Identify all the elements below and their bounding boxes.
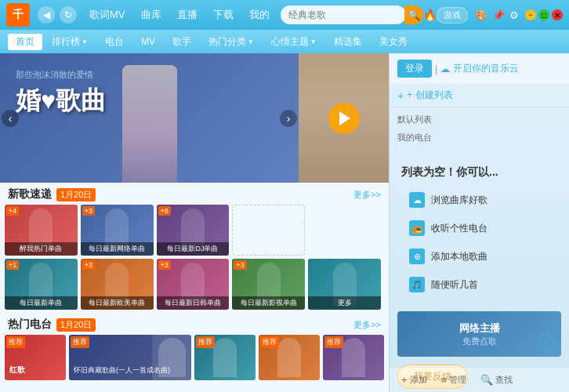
- list-item[interactable]: +1每日最新单曲: [5, 259, 78, 310]
- list-item[interactable]: 推荐: [194, 335, 256, 380]
- browse-icon: ☁: [409, 192, 425, 208]
- hero-next-button[interactable]: ›: [280, 110, 297, 127]
- list-item[interactable]: [232, 205, 305, 256]
- subnav-artists[interactable]: 歌手: [165, 34, 199, 50]
- main-nav: 歌词MV 曲库 直播 下载 我的: [82, 8, 277, 22]
- list-item[interactable]: +3每日最新影视单曲: [232, 259, 305, 310]
- top-icons: 🎨 📌 ⚙: [475, 9, 519, 21]
- option-add-local[interactable]: ⊕ 添加本地歌曲: [401, 242, 557, 270]
- empty-title: 列表为空！你可以...: [401, 165, 557, 180]
- option-random-label: 随便听几首: [431, 278, 549, 292]
- right-ad-banner[interactable]: 网络主播 免费点歌: [397, 311, 561, 357]
- close-button[interactable]: ✕: [552, 9, 563, 20]
- hero-right[interactable]: [299, 53, 389, 183]
- search-input[interactable]: [281, 5, 406, 24]
- list-item[interactable]: 推荐 怀旧典藏歌曲(一人一首成名曲): [69, 335, 191, 380]
- add-action-button[interactable]: + 添加: [397, 372, 431, 387]
- song-badge: +3: [158, 260, 171, 270]
- hot-stations-date: 1月20日: [56, 318, 96, 332]
- minimize-button[interactable]: －: [525, 9, 536, 20]
- window-controls: － □ ✕: [525, 9, 563, 20]
- song-badge: +1: [6, 260, 19, 270]
- add-action-icon: +: [401, 374, 408, 386]
- content-area: 那些泡沫消散的爱情 婚♥歌曲 ‹ › 新歌速递 1月20日 更多>>: [0, 53, 389, 392]
- nav-live[interactable]: 直播: [169, 8, 205, 22]
- subnav-chart[interactable]: 排行榜▼: [44, 34, 96, 50]
- manage-action-label: 管理: [449, 374, 466, 386]
- subnav-radio[interactable]: 电台: [97, 34, 132, 50]
- game-button[interactable]: 游戏: [437, 7, 468, 24]
- subnav-mood[interactable]: 心情主题▼: [263, 34, 324, 50]
- list-item[interactable]: +3每日最新日韩单曲: [157, 259, 230, 310]
- radio-icon: 📻: [409, 220, 425, 236]
- hot-stations-grid: 推荐 红歌 推荐 怀旧典藏歌曲(一人一首成名曲) 推荐: [0, 335, 389, 383]
- add-action-label: 添加: [410, 374, 427, 386]
- song-badge: +4: [6, 206, 19, 216]
- hot-stations-more[interactable]: 更多>>: [353, 319, 381, 331]
- separator: |: [435, 64, 437, 74]
- list-item[interactable]: 推荐: [259, 335, 320, 380]
- title-bar: 千 ◀ ↻ 歌词MV 曲库 直播 下载 我的 🔍 🔥 游戏 🎨 📌 ⚙ － □ …: [0, 0, 569, 30]
- hero-title: 婚♥歌曲: [16, 84, 299, 118]
- search-action-button[interactable]: 🔍 查找: [477, 372, 516, 387]
- song-label: 每日最新单曲: [5, 296, 78, 310]
- hero-text: 那些泡沫消散的爱情 婚♥歌曲: [16, 69, 299, 118]
- nav-lyrics-mv[interactable]: 歌词MV: [82, 8, 133, 22]
- manage-action-button[interactable]: ≡ 管理: [437, 372, 471, 387]
- hero-subtitle: 那些泡沫消散的爱情: [16, 69, 299, 81]
- list-item[interactable]: +3每日最新欧美单曲: [81, 259, 154, 310]
- list-item[interactable]: +4醉我热门单曲: [5, 205, 78, 256]
- app-logo: 千: [6, 3, 30, 27]
- station-badge: 推荐: [6, 336, 25, 348]
- new-songs-more[interactable]: 更多>>: [353, 189, 381, 201]
- maximize-button[interactable]: □: [538, 9, 549, 20]
- new-songs-title: 新歌速递: [8, 187, 52, 201]
- title-bar-left: 千 ◀ ↻ 歌词MV 曲库 直播 下载 我的: [6, 3, 277, 27]
- playlist-sections: 默认列表 我的电台: [390, 107, 569, 150]
- subnav-selected[interactable]: 精选集: [326, 34, 370, 50]
- manage-action-icon: ≡: [441, 374, 448, 386]
- list-item[interactable]: +6每日最新DJ单曲: [157, 205, 230, 256]
- subnav-home[interactable]: 首页: [8, 34, 42, 50]
- settings-icon[interactable]: ⚙: [509, 9, 519, 21]
- hero-prev-button[interactable]: ‹: [2, 110, 19, 127]
- list-item[interactable]: 推荐: [323, 335, 384, 380]
- hero-play-button[interactable]: [328, 103, 360, 134]
- subnav-mv[interactable]: MV: [133, 34, 163, 49]
- pin-icon[interactable]: 📌: [492, 9, 505, 21]
- option-radio[interactable]: 📻 收听个性电台: [401, 214, 557, 242]
- login-button[interactable]: 登录: [397, 60, 432, 78]
- ad-sub: 免费点歌: [459, 336, 500, 347]
- list-item[interactable]: 更多: [308, 259, 381, 310]
- refresh-button[interactable]: ↻: [60, 6, 77, 24]
- option-add-local-label: 添加本地歌曲: [431, 250, 549, 263]
- option-browse[interactable]: ☁ 浏览曲库好歌: [401, 186, 557, 214]
- hero-bg: 那些泡沫消散的爱情 婚♥歌曲: [0, 53, 299, 183]
- subnav-beauty[interactable]: 美女秀: [371, 34, 415, 50]
- create-playlist-button[interactable]: + + 创建列表: [390, 84, 569, 107]
- list-item[interactable]: 推荐 红歌: [5, 335, 66, 380]
- nav-library[interactable]: 曲库: [133, 8, 169, 22]
- list-item[interactable]: [308, 205, 381, 256]
- song-label: 每日最新欧美单曲: [81, 296, 154, 310]
- hero-left[interactable]: 那些泡沫消散的爱情 婚♥歌曲 ‹ ›: [0, 53, 299, 183]
- open-cloud-button[interactable]: 开启你的音乐云: [453, 62, 519, 75]
- skin-icon[interactable]: 🎨: [475, 9, 487, 21]
- subnav-hot-category[interactable]: 热门分类▼: [201, 34, 262, 50]
- list-item[interactable]: +3每日最新网络单曲: [81, 205, 154, 256]
- hero-banner: 那些泡沫消散的爱情 婚♥歌曲 ‹ ›: [0, 53, 389, 183]
- cloud-icon: ☁: [440, 64, 450, 74]
- login-header: 登录 | ☁ 开启你的音乐云: [390, 53, 569, 84]
- back-button[interactable]: ◀: [38, 6, 55, 24]
- song-label: 更多: [308, 296, 381, 310]
- song-label: 每日最新DJ单曲: [157, 242, 230, 256]
- station-badge: 推荐: [196, 336, 215, 348]
- nav-download[interactable]: 下载: [205, 8, 241, 22]
- my-radio-label[interactable]: 我的电台: [390, 129, 569, 147]
- song-label: 每日最新网络单曲: [81, 242, 154, 256]
- option-random[interactable]: 🎵 随便听几首: [401, 270, 557, 299]
- song-label: 醉我热门单曲: [5, 242, 78, 256]
- search-button[interactable]: 🔍: [404, 5, 423, 24]
- nav-mine[interactable]: 我的: [241, 8, 277, 22]
- new-songs-date: 1月20日: [56, 188, 96, 201]
